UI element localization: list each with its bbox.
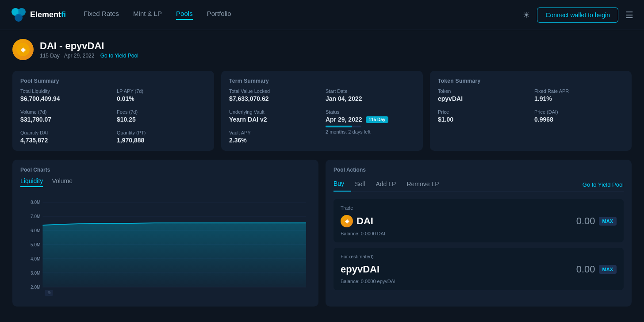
status-stat: Status Apr 29, 2022 115 Day 2 months, 2 … — [326, 109, 415, 134]
nav-mint-lp[interactable]: Mint & LP — [133, 10, 162, 20]
for-input-box: For (estimated) epyvDAI 0.00 MAX Balance… — [334, 248, 624, 290]
for-amount: 0.00 — [576, 264, 595, 275]
main-nav: Fixed Rates Mint & LP Pools Portfolio — [84, 10, 523, 20]
chart-tab-volume[interactable]: Volume — [52, 177, 73, 187]
tab-buy[interactable]: Buy — [334, 177, 351, 192]
element-logo-icon — [11, 7, 27, 23]
token-stat: Token epyvDAI — [438, 88, 527, 102]
menu-icon[interactable]: ☰ — [625, 10, 633, 20]
for-row: epyvDAI 0.00 MAX — [341, 264, 617, 275]
volume-value: $31,780.07 — [20, 116, 110, 123]
tab-add-lp[interactable]: Add LP — [376, 178, 403, 191]
svg-text:7.0M: 7.0M — [31, 214, 40, 219]
svg-text:◈: ◈ — [20, 46, 26, 53]
fees-label: Fees (7d) — [117, 109, 206, 115]
start-date-stat: Start Date Jan 04, 2022 — [326, 88, 415, 102]
term-layout: Total Value Locked $7,633,070.62 Underly… — [229, 88, 415, 144]
tab-remove-lp[interactable]: Remove LP — [406, 178, 446, 191]
status-label: Status — [326, 109, 415, 115]
start-date-label: Start Date — [326, 88, 415, 94]
tvl-value: $7,633,070.62 — [229, 95, 318, 102]
token-summary-card: Token Summary Token epyvDAI Fixed Rate A… — [430, 71, 632, 151]
time-left: 2 months, 2 days left — [326, 129, 415, 134]
trade-input-box: Trade ◈ DAI 0.00 MAX Balance: 0.0000 DAI — [334, 199, 624, 242]
vault-label: Underlying Vault — [229, 109, 318, 115]
trade-label: Trade — [341, 205, 617, 211]
term-right: Start Date Jan 04, 2022 Status Apr 29, 2… — [326, 88, 415, 144]
header: Elementfi Fixed Rates Mint & LP Pools Po… — [0, 0, 644, 30]
quantity-dai-stat: Quantity DAI 4,735,872 — [20, 130, 110, 144]
chart-area-fill — [42, 223, 306, 287]
term-summary-title: Term Summary — [229, 78, 415, 84]
svg-text:8.0M: 8.0M — [31, 200, 40, 205]
lp-apy-value: 0.01% — [117, 95, 206, 102]
pool-summary-grid: Total Liquidity $6,700,409.94 LP APY (7d… — [20, 88, 206, 144]
term-summary-card: Term Summary Total Value Locked $7,633,0… — [221, 71, 423, 151]
status-date: Apr 29, 2022 — [326, 116, 362, 123]
fees-value: $10.25 — [117, 116, 206, 123]
page-content: ◈ DAI - epyvDAI 115 Day - Apr 29, 2022 G… — [0, 30, 644, 315]
quantity-dai-value: 4,735,872 — [20, 137, 110, 144]
trade-amount: 0.00 — [576, 215, 595, 227]
svg-text:3.0M: 3.0M — [31, 271, 40, 276]
liquidity-chart-svg: 8.0M 7.0M 6.0M 5.0M 4.0M 3.0M 2.0M — [20, 193, 310, 299]
pool-actions-panel: Pool Actions Buy Sell Add LP Remove LP G… — [326, 160, 632, 307]
price-dai-label: Price (DAI) — [534, 109, 624, 115]
lp-apy-label: LP APY (7d) — [117, 88, 206, 94]
bottom-row: Pool Charts Liquidity Volume 8.0M — [12, 160, 632, 307]
dai-token-icon: ◈ — [341, 215, 353, 227]
svg-point-2 — [15, 14, 23, 22]
pool-subtitle: 115 Day - Apr 29, 2022 Go to Yield Pool — [40, 53, 138, 59]
vault-apy-value: 2.36% — [229, 137, 318, 144]
tvl-label: Total Value Locked — [229, 88, 318, 94]
trade-max-button[interactable]: MAX — [599, 217, 617, 226]
pool-token-icon: ◈ — [12, 39, 34, 60]
fixed-rate-label: Fixed Rate APR — [534, 88, 624, 94]
nav-fixed-rates[interactable]: Fixed Rates — [84, 10, 119, 20]
summary-row: Pool Summary Total Liquidity $6,700,409.… — [12, 71, 632, 151]
volume-stat: Volume (7d) $31,780.07 — [20, 109, 110, 123]
volume-label: Volume (7d) — [20, 109, 110, 115]
price-dai-stat: Price (DAI) 0.9968 — [534, 109, 624, 123]
svg-text:5.0M: 5.0M — [31, 242, 40, 247]
yield-pool-link-actions[interactable]: Go to Yield Pool — [583, 181, 624, 188]
for-amount-row: 0.00 MAX — [576, 264, 617, 275]
lp-apy-stat: LP APY (7d) 0.01% — [117, 88, 206, 102]
token-value: epyvDAI — [438, 95, 527, 102]
chart-tab-liquidity[interactable]: Liquidity — [20, 177, 43, 187]
pool-title: DAI - epyvDAI — [40, 40, 138, 52]
pool-summary-title: Pool Summary — [20, 78, 206, 84]
nav-portfolio[interactable]: Portfolio — [207, 10, 231, 20]
connect-wallet-button[interactable]: Connect wallet to begin — [537, 8, 618, 23]
yield-pool-link-header[interactable]: Go to Yield Pool — [100, 53, 138, 59]
price-dai-value: 0.9968 — [534, 116, 624, 123]
svg-text:2.0M: 2.0M — [31, 285, 40, 290]
pool-title-area: DAI - epyvDAI 115 Day - Apr 29, 2022 Go … — [40, 40, 138, 59]
token-summary-title: Token Summary — [438, 78, 624, 84]
price-label: Price — [438, 109, 527, 115]
quantity-pt-stat: Quantity (PT) 1,970,888 — [117, 130, 206, 144]
tab-sell[interactable]: Sell — [355, 178, 372, 191]
price-stat: Price $1.00 — [438, 109, 527, 123]
nav-pools[interactable]: Pools — [176, 10, 193, 20]
vault-apy-label: Vault APY — [229, 130, 318, 135]
day-badge: 115 Day — [366, 116, 389, 123]
status-row: Apr 29, 2022 115 Day — [326, 116, 415, 123]
pool-summary-card: Pool Summary Total Liquidity $6,700,409.… — [12, 71, 214, 151]
progress-bar — [326, 126, 361, 127]
price-value: $1.00 — [438, 116, 527, 123]
pool-charts-panel: Pool Charts Liquidity Volume 8.0M — [12, 160, 318, 307]
progress-bar-fill — [326, 126, 352, 127]
start-date-value: Jan 04, 2022 — [326, 95, 415, 102]
pool-charts-title: Pool Charts — [20, 167, 310, 173]
header-right: ☀ Connect wallet to begin ☰ — [523, 8, 633, 23]
svg-text:6.0M: 6.0M — [31, 228, 40, 233]
for-max-button[interactable]: MAX — [599, 265, 617, 274]
quantity-pt-value: 1,970,888 — [117, 137, 206, 144]
total-liquidity-stat: Total Liquidity $6,700,409.94 — [20, 88, 110, 102]
total-liquidity-value: $6,700,409.94 — [20, 95, 110, 102]
token-label: Token — [438, 88, 527, 94]
theme-toggle-icon[interactable]: ☀ — [523, 10, 530, 20]
vault-apy-stat: Vault APY 2.36% — [229, 130, 318, 144]
for-token-name: epyvDAI — [341, 264, 380, 275]
